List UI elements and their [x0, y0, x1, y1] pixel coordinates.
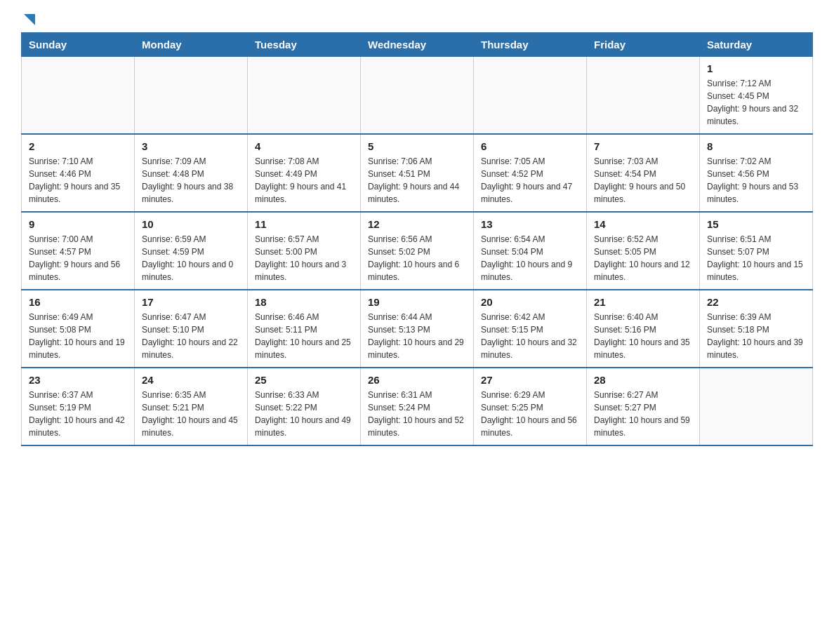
day-cell: [474, 57, 587, 135]
day-number: 15: [707, 218, 805, 230]
days-header-row: SundayMondayTuesdayWednesdayThursdayFrid…: [22, 33, 813, 57]
day-info: Sunrise: 6:37 AM Sunset: 5:19 PM Dayligh…: [29, 389, 127, 439]
day-cell: 21Sunrise: 6:40 AM Sunset: 5:16 PM Dayli…: [587, 290, 700, 368]
day-cell: 7Sunrise: 7:03 AM Sunset: 4:54 PM Daylig…: [587, 134, 700, 212]
day-number: 28: [594, 374, 692, 386]
day-cell: 14Sunrise: 6:52 AM Sunset: 5:05 PM Dayli…: [587, 212, 700, 290]
day-info: Sunrise: 6:29 AM Sunset: 5:25 PM Dayligh…: [481, 389, 579, 439]
day-number: 16: [29, 296, 127, 308]
day-number: 18: [255, 296, 353, 308]
day-info: Sunrise: 6:49 AM Sunset: 5:08 PM Dayligh…: [29, 311, 127, 361]
day-cell: 10Sunrise: 6:59 AM Sunset: 4:59 PM Dayli…: [135, 212, 248, 290]
day-cell: 9Sunrise: 7:00 AM Sunset: 4:57 PM Daylig…: [22, 212, 135, 290]
day-header-friday: Friday: [587, 33, 700, 57]
day-number: 3: [142, 140, 240, 152]
day-number: 25: [255, 374, 353, 386]
week-row-5: 23Sunrise: 6:37 AM Sunset: 5:19 PM Dayli…: [22, 368, 813, 445]
day-info: Sunrise: 7:00 AM Sunset: 4:57 PM Dayligh…: [29, 233, 127, 283]
day-header-monday: Monday: [135, 33, 248, 57]
day-cell: 22Sunrise: 6:39 AM Sunset: 5:18 PM Dayli…: [700, 290, 813, 368]
day-cell: 24Sunrise: 6:35 AM Sunset: 5:21 PM Dayli…: [135, 368, 248, 445]
day-info: Sunrise: 6:56 AM Sunset: 5:02 PM Dayligh…: [368, 233, 466, 283]
day-cell: 26Sunrise: 6:31 AM Sunset: 5:24 PM Dayli…: [361, 368, 474, 445]
day-cell: 5Sunrise: 7:06 AM Sunset: 4:51 PM Daylig…: [361, 134, 474, 212]
day-cell: 19Sunrise: 6:44 AM Sunset: 5:13 PM Dayli…: [361, 290, 474, 368]
day-info: Sunrise: 6:31 AM Sunset: 5:24 PM Dayligh…: [368, 389, 466, 439]
day-number: 22: [707, 296, 805, 308]
day-number: 26: [368, 374, 466, 386]
day-info: Sunrise: 6:46 AM Sunset: 5:11 PM Dayligh…: [255, 311, 353, 361]
day-number: 17: [142, 296, 240, 308]
day-number: 14: [594, 218, 692, 230]
day-cell: 16Sunrise: 6:49 AM Sunset: 5:08 PM Dayli…: [22, 290, 135, 368]
day-number: 13: [481, 218, 579, 230]
day-info: Sunrise: 7:10 AM Sunset: 4:46 PM Dayligh…: [29, 155, 127, 206]
day-info: Sunrise: 6:51 AM Sunset: 5:07 PM Dayligh…: [707, 233, 805, 283]
page-header: [21, 14, 813, 25]
day-info: Sunrise: 7:05 AM Sunset: 4:52 PM Dayligh…: [481, 155, 579, 206]
day-cell: 23Sunrise: 6:37 AM Sunset: 5:19 PM Dayli…: [22, 368, 135, 445]
day-number: 2: [29, 140, 127, 152]
calendar-table: SundayMondayTuesdayWednesdayThursdayFrid…: [21, 32, 813, 446]
day-cell: 28Sunrise: 6:27 AM Sunset: 5:27 PM Dayli…: [587, 368, 700, 445]
day-info: Sunrise: 6:59 AM Sunset: 4:59 PM Dayligh…: [142, 233, 240, 283]
day-info: Sunrise: 6:40 AM Sunset: 5:16 PM Dayligh…: [594, 311, 692, 361]
day-cell: 8Sunrise: 7:02 AM Sunset: 4:56 PM Daylig…: [700, 134, 813, 212]
day-cell: [22, 57, 135, 135]
day-info: Sunrise: 7:08 AM Sunset: 4:49 PM Dayligh…: [255, 155, 353, 206]
day-number: 27: [481, 374, 579, 386]
week-row-1: 1Sunrise: 7:12 AM Sunset: 4:45 PM Daylig…: [22, 57, 813, 135]
day-number: 9: [29, 218, 127, 230]
week-row-2: 2Sunrise: 7:10 AM Sunset: 4:46 PM Daylig…: [22, 134, 813, 212]
day-info: Sunrise: 7:02 AM Sunset: 4:56 PM Dayligh…: [707, 155, 805, 206]
day-info: Sunrise: 6:52 AM Sunset: 5:05 PM Dayligh…: [594, 233, 692, 283]
day-info: Sunrise: 6:42 AM Sunset: 5:15 PM Dayligh…: [481, 311, 579, 361]
day-cell: 25Sunrise: 6:33 AM Sunset: 5:22 PM Dayli…: [248, 368, 361, 445]
day-info: Sunrise: 7:06 AM Sunset: 4:51 PM Dayligh…: [368, 155, 466, 206]
day-info: Sunrise: 6:35 AM Sunset: 5:21 PM Dayligh…: [142, 389, 240, 439]
day-cell: 6Sunrise: 7:05 AM Sunset: 4:52 PM Daylig…: [474, 134, 587, 212]
day-number: 1: [707, 62, 805, 74]
day-number: 11: [255, 218, 353, 230]
day-cell: [135, 57, 248, 135]
day-info: Sunrise: 6:39 AM Sunset: 5:18 PM Dayligh…: [707, 311, 805, 361]
day-number: 12: [368, 218, 466, 230]
day-info: Sunrise: 7:12 AM Sunset: 4:45 PM Dayligh…: [707, 77, 805, 128]
day-cell: 1Sunrise: 7:12 AM Sunset: 4:45 PM Daylig…: [700, 57, 813, 135]
day-cell: 20Sunrise: 6:42 AM Sunset: 5:15 PM Dayli…: [474, 290, 587, 368]
day-info: Sunrise: 6:47 AM Sunset: 5:10 PM Dayligh…: [142, 311, 240, 361]
day-number: 4: [255, 140, 353, 152]
day-header-saturday: Saturday: [700, 33, 813, 57]
day-cell: 15Sunrise: 6:51 AM Sunset: 5:07 PM Dayli…: [700, 212, 813, 290]
day-info: Sunrise: 7:03 AM Sunset: 4:54 PM Dayligh…: [594, 155, 692, 206]
day-header-wednesday: Wednesday: [361, 33, 474, 57]
day-number: 6: [481, 140, 579, 152]
logo: [21, 14, 35, 25]
day-number: 21: [594, 296, 692, 308]
day-cell: 11Sunrise: 6:57 AM Sunset: 5:00 PM Dayli…: [248, 212, 361, 290]
day-cell: [700, 368, 813, 445]
day-number: 5: [368, 140, 466, 152]
day-number: 20: [481, 296, 579, 308]
day-cell: [361, 57, 474, 135]
day-number: 7: [594, 140, 692, 152]
svg-marker-0: [24, 14, 35, 25]
day-cell: 18Sunrise: 6:46 AM Sunset: 5:11 PM Dayli…: [248, 290, 361, 368]
day-cell: 17Sunrise: 6:47 AM Sunset: 5:10 PM Dayli…: [135, 290, 248, 368]
day-info: Sunrise: 6:27 AM Sunset: 5:27 PM Dayligh…: [594, 389, 692, 439]
day-cell: 4Sunrise: 7:08 AM Sunset: 4:49 PM Daylig…: [248, 134, 361, 212]
day-header-thursday: Thursday: [474, 33, 587, 57]
day-header-sunday: Sunday: [22, 33, 135, 57]
day-cell: [248, 57, 361, 135]
day-header-tuesday: Tuesday: [248, 33, 361, 57]
day-info: Sunrise: 7:09 AM Sunset: 4:48 PM Dayligh…: [142, 155, 240, 206]
day-number: 19: [368, 296, 466, 308]
week-row-4: 16Sunrise: 6:49 AM Sunset: 5:08 PM Dayli…: [22, 290, 813, 368]
day-info: Sunrise: 6:44 AM Sunset: 5:13 PM Dayligh…: [368, 311, 466, 361]
day-number: 8: [707, 140, 805, 152]
day-info: Sunrise: 6:57 AM Sunset: 5:00 PM Dayligh…: [255, 233, 353, 283]
week-row-3: 9Sunrise: 7:00 AM Sunset: 4:57 PM Daylig…: [22, 212, 813, 290]
logo-triangle-icon: [22, 14, 35, 27]
day-cell: 27Sunrise: 6:29 AM Sunset: 5:25 PM Dayli…: [474, 368, 587, 445]
day-info: Sunrise: 6:33 AM Sunset: 5:22 PM Dayligh…: [255, 389, 353, 439]
